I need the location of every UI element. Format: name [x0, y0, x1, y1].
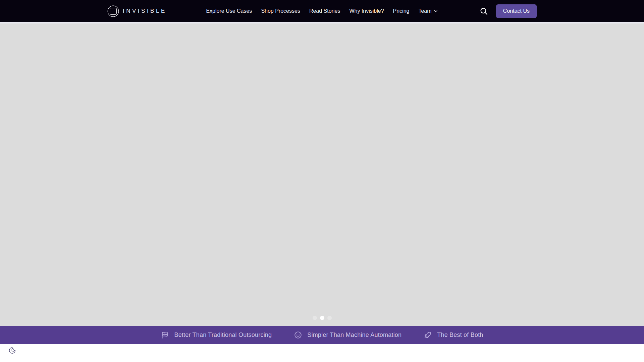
bottom-strip [0, 344, 644, 362]
smiley-icon [294, 331, 302, 339]
carousel-dot[interactable] [313, 316, 317, 320]
rocket-icon [424, 331, 432, 339]
search-icon[interactable] [480, 7, 488, 15]
carousel-dot[interactable] [320, 316, 324, 320]
top-navbar: INVISIBLE Explore Use Cases Shop Process… [0, 0, 644, 22]
carousel-dot[interactable] [327, 316, 332, 320]
nav-item-why-invisible[interactable]: Why Invisible? [349, 8, 384, 14]
main-nav: Explore Use Cases Shop Processes Read St… [206, 8, 438, 14]
navbar-container: INVISIBLE Explore Use Cases Shop Process… [107, 0, 537, 22]
feature-best-of-both: The Best of Both [424, 331, 483, 339]
feature-label: Simpler Than Machine Automation [307, 331, 401, 339]
contact-us-button[interactable]: Contact Us [496, 4, 537, 18]
chevron-down-icon [433, 8, 438, 14]
carousel-dots [0, 316, 644, 320]
features-bar: Better Than Traditional Outsourcing Simp… [0, 326, 644, 344]
feature-label: Better Than Traditional Outsourcing [174, 331, 272, 339]
nav-item-shop-processes[interactable]: Shop Processes [261, 8, 300, 14]
nav-item-team-dropdown[interactable]: Team [418, 8, 438, 14]
flag-map-icon [161, 331, 169, 339]
brand-logo[interactable]: INVISIBLE [107, 5, 206, 17]
feature-automation: Simpler Than Machine Automation [294, 331, 401, 339]
nav-item-read-stories[interactable]: Read Stories [309, 8, 340, 14]
feature-outsourcing: Better Than Traditional Outsourcing [161, 331, 272, 339]
nav-item-pricing[interactable]: Pricing [393, 8, 410, 14]
brand-wordmark: INVISIBLE [123, 8, 167, 14]
navbar-actions: Contact Us [438, 4, 537, 18]
feature-label: The Best of Both [437, 331, 483, 339]
invisible-logo-icon [107, 5, 119, 17]
hero-carousel [0, 22, 644, 326]
nav-item-explore-use-cases[interactable]: Explore Use Cases [206, 8, 252, 14]
cookie-consent-icon[interactable] [9, 347, 16, 354]
